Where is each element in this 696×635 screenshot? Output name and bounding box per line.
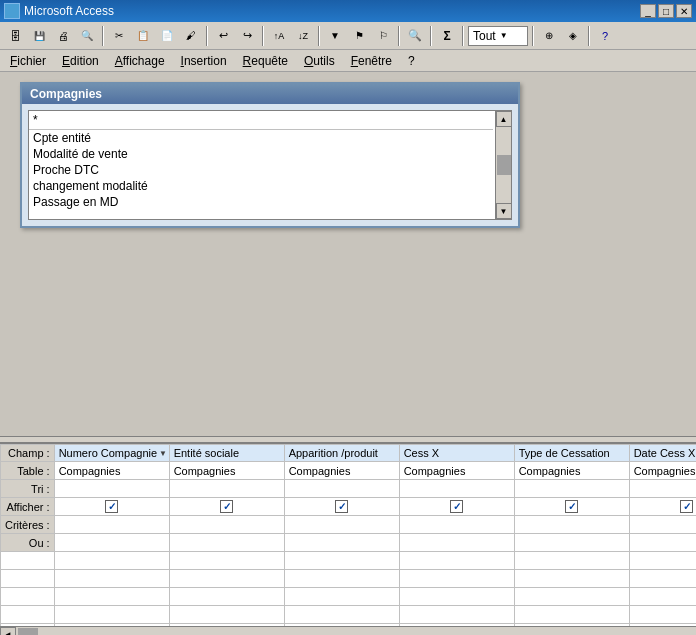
h-scroll-track[interactable] — [16, 627, 696, 635]
toolbar-sort-desc[interactable]: ↓Z — [292, 25, 314, 47]
tri-val-2[interactable] — [169, 480, 284, 498]
crit-val-3[interactable] — [284, 516, 399, 534]
toolbar-extra[interactable]: ◈ — [562, 25, 584, 47]
champ-row: Champ : Numero Compagnie ▼ Entité social… — [1, 445, 697, 462]
table-row: Table : Compagnies Compagnies Compagnies… — [1, 462, 697, 480]
afficher-check-1[interactable] — [54, 498, 169, 516]
table-val-1[interactable]: Compagnies — [54, 462, 169, 480]
toolbar-new-object[interactable]: ⊕ — [538, 25, 560, 47]
scroll-up-arrow[interactable]: ▲ — [496, 111, 512, 127]
empty-row-2 — [1, 570, 697, 588]
crit-val-4[interactable] — [399, 516, 514, 534]
afficher-label: Afficher : — [1, 498, 55, 516]
toolbar-btn-4[interactable]: 🔍 — [76, 25, 98, 47]
sort-arrow-1[interactable]: ▼ — [159, 449, 167, 458]
afficher-check-6[interactable] — [629, 498, 696, 516]
crit-val-5[interactable] — [514, 516, 629, 534]
ou-val-2[interactable] — [169, 534, 284, 552]
toolbar-btn-2[interactable]: 💾 — [28, 25, 50, 47]
list-item-modalite-vente[interactable]: Modalité de vente — [29, 146, 511, 162]
main-area: Compagnies Cpte entité Modalité de vente… — [0, 72, 696, 442]
menu-edition[interactable]: Edition — [54, 52, 107, 70]
checkbox-3[interactable] — [335, 500, 348, 513]
ou-val-3[interactable] — [284, 534, 399, 552]
field-search-input[interactable] — [29, 111, 493, 130]
ou-val-4[interactable] — [399, 534, 514, 552]
toolbar-copy[interactable]: 📋 — [132, 25, 154, 47]
menu-insertion[interactable]: Insertion — [173, 52, 235, 70]
checkbox-2[interactable] — [220, 500, 233, 513]
h-scroll-thumb[interactable] — [18, 628, 38, 635]
checkbox-4[interactable] — [450, 500, 463, 513]
champ-apparition-produit[interactable]: Apparition /produit — [284, 445, 399, 462]
toolbar-sort-asc[interactable]: ↑A — [268, 25, 290, 47]
close-button[interactable]: ✕ — [676, 4, 692, 18]
list-item-cpte-entite[interactable]: Cpte entité — [29, 130, 511, 146]
maximize-button[interactable]: □ — [658, 4, 674, 18]
toolbar-btn-3[interactable]: 🖨 — [52, 25, 74, 47]
champ-entite-sociale[interactable]: Entité sociale — [169, 445, 284, 462]
list-item-proche-dtc[interactable]: Proche DTC — [29, 162, 511, 178]
toolbar-help[interactable]: ? — [594, 25, 616, 47]
scroll-down-arrow[interactable]: ▼ — [496, 203, 512, 219]
champ-type-cessation[interactable]: Type de Cessation — [514, 445, 629, 462]
scroll-thumb[interactable] — [497, 155, 511, 175]
menu-help[interactable]: ? — [400, 52, 423, 70]
toolbar-dropdown[interactable]: Tout ▼ — [468, 26, 528, 46]
toolbar-cut[interactable]: ✂ — [108, 25, 130, 47]
ou-val-5[interactable] — [514, 534, 629, 552]
h-scroll-left-arrow[interactable]: ◄ — [0, 627, 16, 636]
h-scrollbar[interactable]: ◄ — [0, 626, 696, 635]
tri-val-3[interactable] — [284, 480, 399, 498]
table-val-5[interactable]: Compagnies — [514, 462, 629, 480]
sep-1 — [102, 26, 104, 46]
champ-date-cess-x[interactable]: Date Cess X — [629, 445, 696, 462]
toolbar-paste[interactable]: 📄 — [156, 25, 178, 47]
menu-fichier[interactable]: Fichier — [2, 52, 54, 70]
checkbox-5[interactable] — [565, 500, 578, 513]
table-val-6[interactable]: Compagnies — [629, 462, 696, 480]
minimize-button[interactable]: _ — [640, 4, 656, 18]
checkbox-6[interactable] — [680, 500, 693, 513]
afficher-check-5[interactable] — [514, 498, 629, 516]
tri-val-1[interactable] — [54, 480, 169, 498]
champ-numero-compagnie[interactable]: Numero Compagnie ▼ — [54, 445, 169, 462]
title-bar: Microsoft Access _ □ ✕ — [0, 0, 696, 22]
tri-val-5[interactable] — [514, 480, 629, 498]
tri-val-6[interactable] — [629, 480, 696, 498]
table-val-2[interactable]: Compagnies — [169, 462, 284, 480]
toolbar-filter2[interactable]: ⚑ — [348, 25, 370, 47]
toolbar-undo[interactable]: ↩ — [212, 25, 234, 47]
table-val-3[interactable]: Compagnies — [284, 462, 399, 480]
header-cell-content: Numero Compagnie ▼ — [59, 447, 165, 459]
ou-val-1[interactable] — [54, 534, 169, 552]
toolbar-find[interactable]: 🔍 — [404, 25, 426, 47]
list-item-passage-md[interactable]: Passage en MD — [29, 194, 511, 210]
table-val-4[interactable]: Compagnies — [399, 462, 514, 480]
toolbar-filter[interactable]: ▼ — [324, 25, 346, 47]
sep-6 — [430, 26, 432, 46]
checkbox-1[interactable] — [105, 500, 118, 513]
toolbar: 🗄 💾 🖨 🔍 ✂ 📋 📄 🖌 ↩ ↪ ↑A ↓Z ▼ ⚑ ⚐ 🔍 Σ Tout… — [0, 22, 696, 50]
toolbar-apply-filter[interactable]: ⚐ — [372, 25, 394, 47]
menu-requete[interactable]: Requête — [235, 52, 296, 70]
toolbar-sigma[interactable]: Σ — [436, 25, 458, 47]
list-item-changement-modalite[interactable]: changement modalité — [29, 178, 511, 194]
menu-affichage[interactable]: Affichage — [107, 52, 173, 70]
dialog-content: Cpte entité Modalité de vente Proche DTC… — [22, 104, 518, 226]
afficher-check-2[interactable] — [169, 498, 284, 516]
crit-val-1[interactable] — [54, 516, 169, 534]
afficher-check-3[interactable] — [284, 498, 399, 516]
toolbar-formatpaint[interactable]: 🖌 — [180, 25, 202, 47]
champ-cess-x[interactable]: Cess X — [399, 445, 514, 462]
toolbar-redo[interactable]: ↪ — [236, 25, 258, 47]
ou-val-6[interactable] — [629, 534, 696, 552]
afficher-check-4[interactable] — [399, 498, 514, 516]
toolbar-btn-1[interactable]: 🗄 — [4, 25, 26, 47]
list-scrollbar[interactable]: ▲ ▼ — [495, 111, 511, 219]
tri-val-4[interactable] — [399, 480, 514, 498]
menu-outils[interactable]: Outils — [296, 52, 343, 70]
crit-val-2[interactable] — [169, 516, 284, 534]
crit-val-6[interactable] — [629, 516, 696, 534]
menu-fenetre[interactable]: Fenêtre — [343, 52, 400, 70]
